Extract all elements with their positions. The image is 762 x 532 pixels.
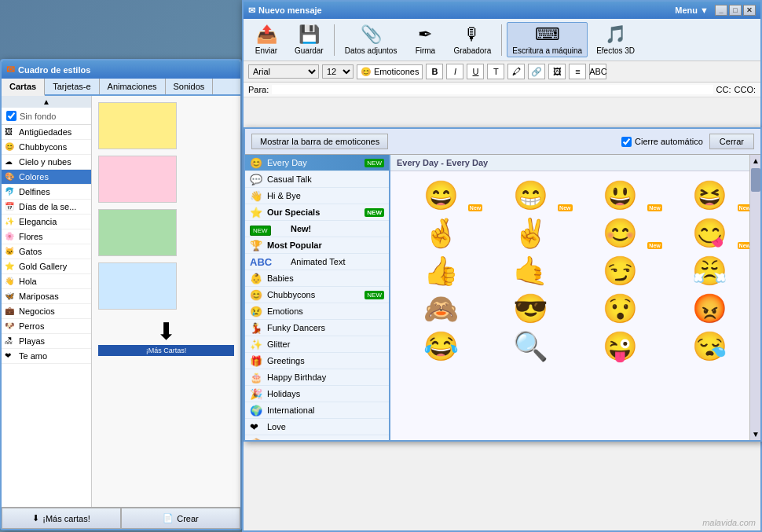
emoticon-20[interactable]: 😪	[666, 328, 754, 365]
cat-popular[interactable]: 🏆 Most Popular	[245, 237, 389, 254]
font-select[interactable]: Arial	[248, 64, 319, 79]
emoticon-18[interactable]: 🔍	[486, 328, 574, 365]
italic-button[interactable]: I	[446, 64, 463, 79]
grid-scrollbar[interactable]: ▲ ▼	[749, 155, 760, 440]
emoticon-13[interactable]: 🙈	[397, 291, 485, 327]
emoticon-14[interactable]: 😎	[486, 291, 574, 327]
emoticon-15[interactable]: 😯	[577, 291, 665, 327]
scroll-thumb[interactable]	[751, 168, 760, 192]
grabadora-button[interactable]: 🎙 Grabadora	[448, 22, 496, 57]
list-item-elegancia[interactable]: ✨ Elegancia	[2, 215, 91, 229]
cat-international[interactable]: 🌍 International	[245, 402, 389, 419]
emoticon-1[interactable]: 😄 New	[397, 178, 485, 214]
list-item-chubbycons[interactable]: 😊 Chubbycons	[2, 140, 91, 155]
align-button[interactable]: ≡	[569, 64, 586, 79]
emoticon-19[interactable]: 😜	[577, 328, 665, 365]
list-item-flores[interactable]: 🌸 Flores	[2, 229, 91, 244]
auto-close-checkbox[interactable]	[621, 137, 632, 147]
close-button[interactable]: ✕	[743, 5, 756, 16]
emoticon-5[interactable]: 🤞	[397, 215, 485, 251]
list-item-cielo[interactable]: ☁ Cielo y nubes	[2, 155, 91, 170]
to-input[interactable]	[272, 85, 713, 94]
link-button[interactable]: 🔗	[528, 64, 545, 79]
mas-cartas-button[interactable]: ⬇ ¡Más cartas!	[2, 508, 121, 529]
enviar-button[interactable]: 📤 Enviar	[247, 22, 286, 57]
cat-icon-greetings: 🎁	[250, 355, 262, 367]
auto-close-area: Cierre automático	[621, 137, 703, 147]
text-color-button[interactable]: T	[487, 64, 504, 79]
size-select[interactable]: 12	[322, 64, 354, 79]
emoticon-8[interactable]: 😋 New	[666, 215, 754, 251]
firma-button[interactable]: ✒ Firma	[405, 22, 445, 57]
cat-icon-hibye: 👋	[250, 190, 262, 202]
cat-holidays[interactable]: 🎉 Holidays	[245, 386, 389, 402]
cat-babies[interactable]: 👶 Babies	[245, 270, 389, 287]
underline-button[interactable]: U	[467, 64, 484, 79]
emoticon-12[interactable]: 😤	[666, 253, 754, 289]
emoticon-3[interactable]: 😃 New	[577, 178, 665, 214]
emoticones-button[interactable]: 😊 Emoticones	[357, 64, 423, 79]
list-item-delfines[interactable]: 🐬 Delfines	[2, 185, 91, 200]
emoticon-11[interactable]: 😏	[577, 253, 665, 289]
list-item-perros[interactable]: 🐶 Perros	[2, 319, 91, 334]
cat-funky[interactable]: 💃 Funky Dancers	[245, 320, 389, 336]
cat-love[interactable]: ❤ Love	[245, 419, 389, 435]
item-icon: ✨	[5, 217, 14, 226]
scroll-down-arrow[interactable]: ▼	[750, 428, 760, 440]
cat-casual[interactable]: 💬 Casual Talk	[245, 171, 389, 188]
cat-specials[interactable]: ⭐ Our Specials NEW	[245, 204, 389, 221]
emoticon-6[interactable]: ✌️	[486, 215, 574, 251]
close-emoticons-button[interactable]: Cerrar	[709, 134, 754, 149]
cat-chubbycons[interactable]: 😊 Chubbycons NEW	[245, 287, 389, 303]
list-item-teamo[interactable]: ❤ Te amo	[2, 349, 91, 364]
cat-emotions[interactable]: 😢 Emotions	[245, 303, 389, 320]
guardar-button[interactable]: 💾 Guardar	[289, 22, 329, 57]
tab-sonidos[interactable]: Sonidos	[166, 79, 214, 94]
cat-objects[interactable]: 📦 Objects	[245, 435, 389, 440]
cat-new[interactable]: NEW New!	[245, 221, 389, 237]
cat-birthday[interactable]: 🎂 Happy Birthday	[245, 369, 389, 386]
image-button[interactable]: 🖼	[548, 64, 566, 79]
spell-button[interactable]: ABC	[589, 64, 606, 79]
menu-label[interactable]: Menu ▼	[675, 6, 709, 15]
highlight-button[interactable]: 🖍	[507, 64, 525, 79]
cat-hibye[interactable]: 👋 Hi & Bye	[245, 188, 389, 204]
adjuntos-button[interactable]: 📎 Datos adjuntos	[339, 22, 403, 57]
list-item-dias[interactable]: 📅 Días de la se...	[2, 200, 91, 215]
emoticon-17[interactable]: 😂	[397, 328, 485, 365]
tab-cartas[interactable]: Cartas	[2, 79, 45, 96]
escritura-button[interactable]: ⌨ Escritura a máquina	[507, 22, 588, 57]
emoticon-2[interactable]: 😁 New	[486, 178, 574, 214]
scroll-up-arrow[interactable]: ▲	[750, 155, 760, 167]
maximize-button[interactable]: □	[729, 5, 742, 16]
crear-button[interactable]: 📄 Crear	[121, 508, 240, 529]
styles-title: Cuadro de estilos	[18, 65, 90, 75]
cat-animtext[interactable]: ABC Animated Text	[245, 254, 389, 270]
list-item-playas[interactable]: 🏖 Playas	[2, 334, 91, 349]
emoticon-7[interactable]: 😊 New	[577, 215, 665, 251]
emoticon-16[interactable]: 😡	[666, 291, 754, 327]
list-item-gatos[interactable]: 🐱 Gatos	[2, 244, 91, 259]
cat-greetings[interactable]: 🎁 Greetings	[245, 353, 389, 369]
list-item-gold[interactable]: ⭐ Gold Gallery	[2, 259, 91, 274]
show-bar-button[interactable]: Mostrar la barra de emoticones	[251, 134, 388, 149]
bold-button[interactable]: B	[426, 64, 443, 79]
cat-everyday[interactable]: 😊 Every Day NEW	[245, 155, 389, 171]
cc-label: CC:	[716, 85, 731, 94]
cat-glitter[interactable]: ✨ Glitter	[245, 336, 389, 353]
no-bg-checkbox[interactable]	[6, 111, 16, 121]
scroll-up[interactable]: ▲	[2, 96, 91, 108]
emoticon-4[interactable]: 😆 New	[666, 178, 754, 214]
list-item-hola[interactable]: 👋 Hola	[2, 274, 91, 289]
list-item-negocios[interactable]: 💼 Negocios	[2, 304, 91, 319]
list-item-mariposas[interactable]: 🦋 Mariposas	[2, 289, 91, 304]
tab-animaciones[interactable]: Animaciones	[100, 79, 166, 94]
list-item-colores[interactable]: 🎨 Colores	[2, 170, 91, 185]
tab-tarjetas[interactable]: Tarjetas-e	[45, 79, 99, 94]
emoticon-10[interactable]: 🤙	[486, 253, 574, 289]
no-background-check[interactable]: Sin fondo	[2, 108, 91, 125]
efectos3d-button[interactable]: 🎵 Efectos 3D	[591, 22, 640, 57]
minimize-button[interactable]: _	[715, 5, 727, 16]
emoticon-9[interactable]: 👍	[397, 253, 485, 289]
list-item-antiguedades[interactable]: 🖼 Antigüedades	[2, 125, 91, 140]
